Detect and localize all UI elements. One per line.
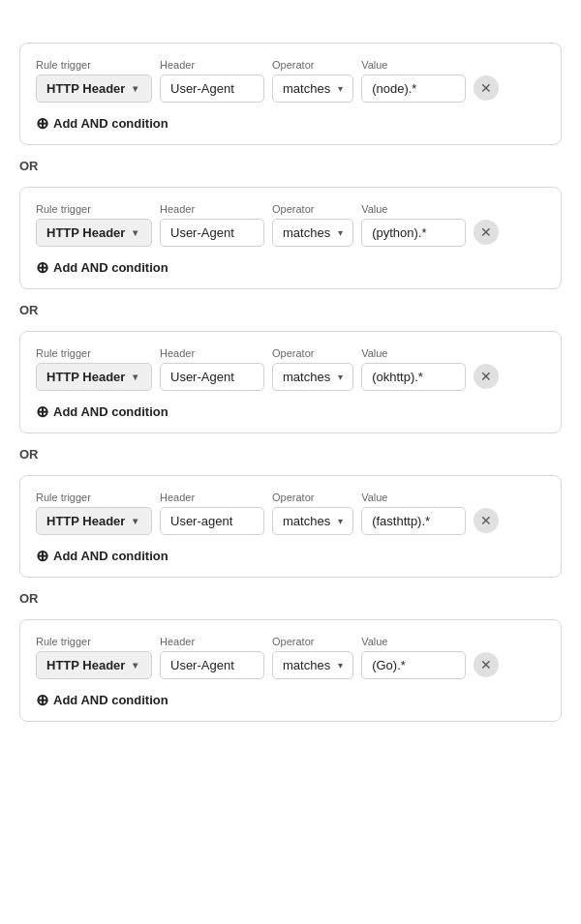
value-input[interactable] (361, 507, 466, 535)
trigger-label: Rule trigger (36, 347, 152, 359)
operator-select[interactable]: matches ▾ (272, 75, 353, 103)
trigger-label: Rule trigger (36, 492, 152, 503)
trigger-chevron-icon: ▾ (133, 83, 138, 94)
or-divider: OR (19, 159, 562, 173)
operator-field-group: Operator matches ▾ (272, 59, 353, 103)
header-input[interactable] (160, 507, 264, 535)
operator-label: Operator (272, 347, 353, 359)
condition-row: Rule trigger HTTP Header ▾ Header Operat… (36, 347, 545, 391)
condition-row: Rule trigger HTTP Header ▾ Header Operat… (36, 636, 545, 679)
trigger-value: HTTP Header (46, 81, 125, 96)
or-divider: OR (19, 303, 562, 317)
condition-card: Rule trigger HTTP Header ▾ Header Operat… (19, 619, 562, 722)
header-label: Header (160, 347, 264, 359)
trigger-label: Rule trigger (36, 203, 152, 215)
remove-condition-button[interactable]: ✕ (474, 508, 499, 533)
condition-card: Rule trigger HTTP Header ▾ Header Operat… (19, 331, 562, 433)
operator-value: matches (283, 514, 330, 528)
remove-condition-button[interactable]: ✕ (474, 75, 499, 101)
or-divider: OR (19, 591, 562, 606)
value-input[interactable] (361, 75, 466, 103)
add-and-condition-button[interactable]: ⊕ Add AND condition (36, 547, 168, 565)
header-field-group: Header (160, 492, 264, 535)
trigger-chevron-icon: ▾ (133, 227, 138, 238)
header-input[interactable] (160, 75, 264, 103)
add-and-condition-button[interactable]: ⊕ Add AND condition (36, 402, 168, 421)
header-input[interactable] (160, 651, 264, 679)
trigger-select[interactable]: HTTP Header ▾ (36, 75, 152, 103)
add-and-label: Add AND condition (53, 404, 168, 419)
value-field-group: Value (361, 636, 466, 679)
header-label: Header (160, 492, 264, 503)
trigger-label: Rule trigger (36, 59, 152, 71)
header-label: Header (160, 636, 264, 647)
operator-label: Operator (272, 59, 353, 71)
trigger-field-group: Rule trigger HTTP Header ▾ (36, 636, 152, 679)
trigger-chevron-icon: ▾ (133, 516, 138, 526)
trigger-field-group: Rule trigger HTTP Header ▾ (36, 59, 152, 103)
header-label: Header (160, 203, 264, 215)
condition-card: Rule trigger HTTP Header ▾ Header Operat… (19, 187, 562, 289)
operator-value: matches (283, 370, 330, 384)
trigger-value: HTTP Header (46, 225, 125, 240)
condition-card: Rule trigger HTTP Header ▾ Header Operat… (19, 43, 562, 145)
value-input[interactable] (361, 363, 466, 391)
value-field-group: Value (361, 203, 466, 247)
remove-condition-button[interactable]: ✕ (474, 364, 499, 389)
trigger-field-group: Rule trigger HTTP Header ▾ (36, 203, 152, 247)
trigger-select[interactable]: HTTP Header ▾ (36, 651, 152, 679)
add-and-condition-button[interactable]: ⊕ Add AND condition (36, 114, 168, 133)
header-label: Header (160, 59, 264, 71)
add-and-label: Add AND condition (53, 260, 168, 275)
operator-chevron-icon: ▾ (338, 227, 343, 238)
value-input[interactable] (361, 219, 466, 247)
operator-field-group: Operator matches ▾ (272, 347, 353, 391)
add-and-label: Add AND condition (53, 116, 168, 131)
trigger-select[interactable]: HTTP Header ▾ (36, 219, 152, 247)
trigger-select[interactable]: HTTP Header ▾ (36, 507, 152, 535)
operator-chevron-icon: ▾ (338, 372, 343, 382)
conditions-container: Rule trigger HTTP Header ▾ Header Operat… (19, 43, 562, 722)
value-input[interactable] (361, 651, 466, 679)
trigger-label: Rule trigger (36, 636, 152, 647)
operator-chevron-icon: ▾ (338, 83, 343, 94)
remove-condition-button[interactable]: ✕ (474, 652, 499, 677)
trigger-field-group: Rule trigger HTTP Header ▾ (36, 492, 152, 535)
operator-select[interactable]: matches ▾ (272, 363, 353, 391)
value-label: Value (361, 59, 466, 71)
trigger-value: HTTP Header (46, 514, 125, 528)
header-field-group: Header (160, 59, 264, 103)
plus-icon: ⊕ (36, 547, 48, 565)
remove-condition-button[interactable]: ✕ (474, 220, 499, 245)
trigger-chevron-icon: ▾ (133, 372, 138, 382)
operator-select[interactable]: matches ▾ (272, 651, 353, 679)
plus-icon: ⊕ (36, 114, 48, 133)
plus-icon: ⊕ (36, 402, 48, 421)
value-label: Value (361, 347, 466, 359)
plus-icon: ⊕ (36, 258, 48, 277)
add-and-condition-button[interactable]: ⊕ Add AND condition (36, 691, 168, 709)
operator-value: matches (283, 225, 330, 240)
operator-select[interactable]: matches ▾ (272, 507, 353, 535)
header-input[interactable] (160, 363, 264, 391)
trigger-select[interactable]: HTTP Header ▾ (36, 363, 152, 391)
operator-field-group: Operator matches ▾ (272, 636, 353, 679)
plus-icon: ⊕ (36, 691, 48, 709)
condition-row: Rule trigger HTTP Header ▾ Header Operat… (36, 59, 545, 103)
add-and-condition-button[interactable]: ⊕ Add AND condition (36, 258, 168, 277)
header-input[interactable] (160, 219, 264, 247)
condition-card: Rule trigger HTTP Header ▾ Header Operat… (19, 475, 562, 578)
value-field-group: Value (361, 347, 466, 391)
trigger-field-group: Rule trigger HTTP Header ▾ (36, 347, 152, 391)
operator-chevron-icon: ▾ (338, 660, 343, 671)
operator-field-group: Operator matches ▾ (272, 492, 353, 535)
condition-row: Rule trigger HTTP Header ▾ Header Operat… (36, 492, 545, 535)
operator-label: Operator (272, 203, 353, 215)
add-and-label: Add AND condition (53, 693, 168, 707)
operator-label: Operator (272, 636, 353, 647)
or-divider: OR (19, 447, 562, 462)
operator-select[interactable]: matches ▾ (272, 219, 353, 247)
operator-value: matches (283, 81, 330, 96)
trigger-value: HTTP Header (46, 658, 125, 672)
header-field-group: Header (160, 636, 264, 679)
